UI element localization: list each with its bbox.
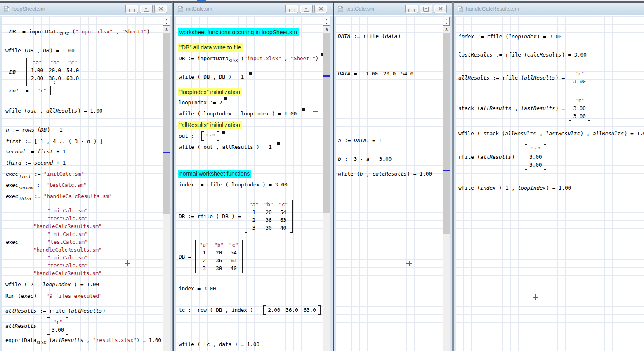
math-region[interactable]: exportDataXLSX (allResults , "results.xl…	[5, 337, 161, 344]
math-region[interactable]: allResults = "r"3.00	[5, 317, 69, 335]
math-region[interactable]: wfile ( loopIndex , loopIndex ) = 1.00	[179, 110, 305, 117]
scrollbar-thumb[interactable]	[443, 33, 450, 234]
worksheet-grid	[336, 16, 443, 351]
math-region[interactable]: b := 3 · a = 3.00	[338, 155, 392, 163]
math-token: ) = 1.00	[50, 47, 74, 54]
math-region[interactable]: stack (allResults , lastResults) = "r"3.…	[458, 96, 591, 121]
math-region[interactable]: wfile (DB , DB) = 1.00	[5, 47, 75, 54]
maximize-button[interactable]	[140, 5, 153, 13]
math-region[interactable]: DATA = 1.0020.054.0	[338, 69, 419, 78]
maximize-button[interactable]	[420, 5, 432, 13]
minimize-button[interactable]	[285, 5, 298, 13]
title-bar[interactable]: testCalc.sm	[334, 3, 452, 15]
math-token: = 3.00	[370, 155, 392, 163]
text-region[interactable]: "DB" all data write to file	[178, 43, 243, 52]
math-region[interactable]: allResults := rfile (allResults) = "r"3.…	[458, 69, 591, 86]
close-button[interactable]	[314, 5, 327, 13]
matrix-result: "r"3.00	[569, 69, 590, 86]
math-region[interactable]: execsecond := "testCalc.sm"	[6, 181, 86, 188]
math-token: Run (	[5, 292, 21, 299]
math-region[interactable]: DB = "a""b""c"120542366333040	[179, 240, 243, 273]
insert-cursor-icon	[533, 294, 538, 300]
maximize-button[interactable]	[300, 5, 313, 13]
math-region[interactable]: execthird := "handleCalcResults.sm"	[6, 193, 112, 200]
math-token: b	[360, 170, 363, 177]
math-region[interactable]: exec = "initCalc.sm""testCalc.sm""handle…	[6, 206, 107, 278]
scrollbar-thumb[interactable]	[163, 33, 170, 214]
math-region[interactable]: a := DATA1 = 1	[338, 137, 382, 144]
split-handle[interactable]: ▴▾	[443, 17, 450, 26]
scroll-up-icon[interactable]: ∧	[163, 26, 170, 33]
title-bar[interactable]: handleCalcResults.sm	[454, 3, 644, 15]
math-region[interactable]: wfile ( stack (allResults , lastResults)…	[458, 130, 644, 137]
text-region[interactable]: "loopIndex" initialization	[178, 88, 242, 96]
math-region[interactable]: wfile (index + 1 , loopIndex) = 1.00	[458, 184, 571, 191]
close-button[interactable]	[154, 5, 167, 13]
math-token: ) ,	[580, 130, 593, 137]
math-region[interactable]: wfile (b , calcResults) = 1.00	[338, 170, 432, 177]
smath-mdi-workspace: loopSheet.sm▴▾∧DB := importDataXLSX ("in…	[0, 0, 644, 351]
split-handle[interactable]: ▴▾	[163, 17, 170, 26]
minimize-button[interactable]	[125, 5, 138, 13]
math-token: allResults	[480, 153, 512, 160]
math-region[interactable]: lc := row ( DB , index ) = 2.0036.063.0	[179, 305, 321, 315]
math-token: := rfile (	[37, 307, 71, 314]
math-region[interactable]: allResults := rfile (allResults)	[5, 307, 106, 314]
text-region[interactable]: normal worksheet functions	[178, 170, 251, 178]
math-region[interactable]: second := first + 1	[6, 148, 66, 155]
math-token: =	[37, 323, 46, 330]
scroll-up-icon[interactable]: ∧	[323, 26, 330, 33]
math-region[interactable]: DB = "a""b""c"1.0020.054.02.0036.063.0⋮	[9, 58, 84, 86]
math-region[interactable]: out := "r"	[179, 131, 225, 141]
math-region[interactable]: third := second + 1	[6, 159, 66, 166]
math-region[interactable]: execfirst := "initCalc.sm"	[6, 170, 84, 177]
math-token: first	[19, 173, 31, 180]
math-region[interactable]: wfile (out , allResults) = 1.00	[5, 107, 102, 114]
math-region[interactable]: wfile ( DB , DB ) = 1	[179, 73, 252, 80]
close-button[interactable]	[434, 5, 447, 13]
matrix-cell: "r"	[531, 146, 540, 153]
vertical-scrollbar[interactable]: ▴▾∧	[323, 16, 330, 351]
math-token: wfile (	[338, 170, 360, 177]
title-bar[interactable]: loopSheet.sm	[0, 3, 172, 15]
matrix-cell: "r"	[53, 318, 63, 325]
minimize-button[interactable]	[405, 5, 418, 13]
vertical-scrollbar[interactable]: ▴▾∧	[163, 16, 170, 351]
math-region[interactable]: index := rfile ( loopIndex ) = 3.00	[179, 181, 287, 188]
math-token: := rfile (	[474, 33, 509, 40]
scroll-up-icon[interactable]: ∧	[443, 26, 450, 33]
math-region[interactable]: Run (exec) = "9 files executed"	[5, 292, 102, 299]
math-token: allResults	[458, 74, 490, 81]
matrix-result: "r"3.003.00	[569, 96, 590, 121]
title-bar[interactable]: initCalc.sm	[174, 3, 333, 15]
math-region[interactable]: first := [ 1 , 4 .. ( 3 · n ) ]	[6, 138, 103, 145]
text-region[interactable]: worksheet functions occuring in loopShee…	[178, 28, 299, 36]
math-region[interactable]: loopIndex := 2	[179, 99, 227, 106]
math-region[interactable]: out := "r"	[9, 86, 52, 95]
scrollbar-thumb[interactable]	[323, 33, 330, 213]
math-region[interactable]: lastResults := rfile (calcResults) = 3.0…	[458, 51, 587, 58]
text-region[interactable]: "allResults" initialization	[178, 121, 242, 129]
math-token: XLSX	[228, 57, 238, 64]
math-region[interactable]: index := rfile (loopIndex) = 3.00	[458, 33, 561, 40]
math-token: exec	[21, 292, 34, 299]
insert-cursor-icon	[125, 260, 130, 266]
worksheet-area: ▴▾∧worksheet functions occuring in loopS…	[174, 16, 333, 351]
math-region[interactable]: wfile ( 2 , loopIndex ) = 1.00	[5, 281, 99, 288]
math-region[interactable]: DB := rfile ( DB ) = "a""b""c"1205423663…	[179, 200, 293, 233]
split-handle[interactable]: ▴▾	[323, 17, 330, 26]
matrix-result: "a""b""c"120542366333040	[195, 240, 243, 273]
window-handlecalcresults-sm: handleCalcResults.smindex := rfile (loop…	[453, 1, 644, 351]
math-token: loopIndex := 2	[179, 99, 222, 106]
math-region[interactable]: rfile (allResults) = "r"3.003.00	[458, 144, 547, 170]
vertical-scrollbar[interactable]: ▴▾∧	[443, 16, 450, 351]
window-testcalc-sm: testCalc.sm▴▾∧DATA := rfile (data)DATA =…	[334, 1, 453, 351]
maximize-icon	[144, 7, 149, 12]
math-region[interactable]: index = 3.00	[179, 285, 216, 292]
math-region[interactable]: DATA := rfile (data)	[338, 33, 401, 40]
math-region[interactable]: DB := importDataXLSX ("input.xlsx" , "Sh…	[179, 55, 323, 62]
math-region[interactable]: DB := importDataXLSX ("input.xlsx" , "Sh…	[9, 28, 150, 35]
math-region[interactable]: wfile ( lc , data ) = 1.00	[179, 341, 259, 348]
math-region[interactable]: wfile ( out , allResults ) = 1	[179, 144, 280, 151]
math-region[interactable]: n := rows (DB) − 1	[6, 126, 63, 133]
